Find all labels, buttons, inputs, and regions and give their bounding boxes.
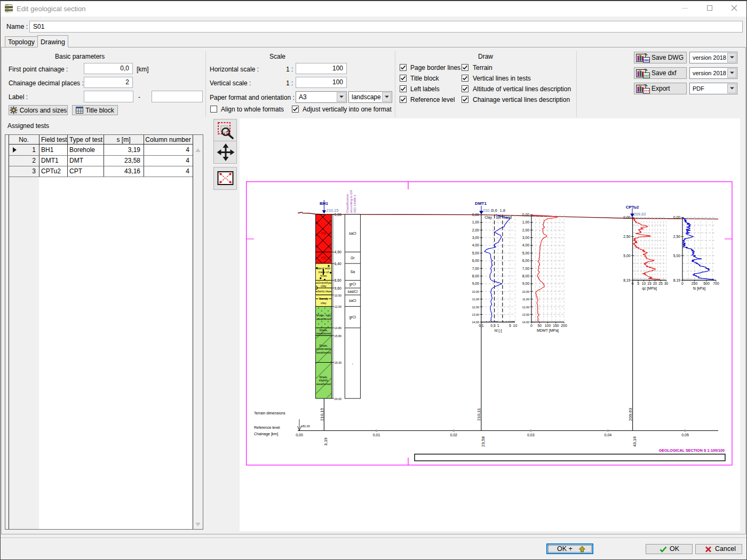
svg-text:8,00: 8,00 xyxy=(472,274,479,278)
svg-text:sasiCl: sasiCl xyxy=(348,290,358,293)
svg-text:Sandy clay: Sandy clay xyxy=(317,290,330,293)
svg-text:50: 50 xyxy=(537,324,542,327)
svg-text:0,04: 0,04 xyxy=(605,433,612,437)
svg-text:12,00: 12,00 xyxy=(472,306,479,309)
svg-text:5,00: 5,00 xyxy=(673,254,680,258)
svg-text:12,00: 12,00 xyxy=(335,305,342,308)
svg-text:DXF: DXF xyxy=(643,74,650,77)
svg-text:Shale,: Shale, xyxy=(319,344,328,347)
svg-text:weathered: weathered xyxy=(316,351,331,354)
svg-text:weathered: weathered xyxy=(316,382,331,386)
svg-text:2,00: 2,00 xyxy=(472,228,479,232)
svg-text:3,00: 3,00 xyxy=(472,236,479,239)
svg-text:0,03: 0,03 xyxy=(527,433,535,437)
svg-text:9,00: 9,00 xyxy=(472,282,479,285)
svg-text:12,00: 12,00 xyxy=(522,306,530,309)
svg-text:10: 10 xyxy=(513,324,518,327)
svg-text:5,00: 5,00 xyxy=(623,254,630,258)
svg-text:0,00: 0,00 xyxy=(522,213,529,217)
svg-text:14,00: 14,00 xyxy=(472,321,479,324)
svg-text:Chainage [km]: Chainage [km] xyxy=(254,432,278,436)
svg-text:3,00: 3,00 xyxy=(522,236,529,239)
svg-text:Classification: Classification xyxy=(346,194,349,213)
svg-text:0,6: 0,6 xyxy=(491,208,497,213)
svg-text:0: 0 xyxy=(681,282,684,285)
svg-text:0,02: 0,02 xyxy=(450,433,457,437)
svg-text:500: 500 xyxy=(703,282,710,285)
svg-text:10,00: 10,00 xyxy=(522,290,530,293)
svg-text:43,16: 43,16 xyxy=(632,436,637,447)
svg-text:qc [MPa]: qc [MPa] xyxy=(642,286,657,291)
svg-text:Reference level: Reference level xyxy=(254,426,280,429)
svg-text:209,63: 209,63 xyxy=(634,212,646,217)
svg-text:5: 5 xyxy=(637,282,639,285)
svg-text:Shale, fully: Shale, fully xyxy=(316,314,331,317)
svg-text:0,00: 0,00 xyxy=(335,213,341,217)
svg-text:10,00: 10,00 xyxy=(472,290,479,293)
svg-text:0,05: 0,05 xyxy=(681,433,689,437)
svg-text:15: 15 xyxy=(647,282,651,285)
svg-text:9,00: 9,00 xyxy=(522,282,529,285)
svg-text:0,00: 0,00 xyxy=(673,215,680,219)
svg-text:2,50: 2,50 xyxy=(623,235,630,238)
svg-text:14,80: 14,80 xyxy=(335,326,342,330)
svg-text:0,1: 0,1 xyxy=(479,324,484,327)
svg-text:8,19: 8,19 xyxy=(673,278,680,282)
svg-text:0: 0 xyxy=(632,282,634,285)
svg-text:20: 20 xyxy=(653,282,657,285)
svg-text:moderately: moderately xyxy=(316,347,331,350)
svg-text:8,00: 8,00 xyxy=(522,274,529,278)
svg-text:0: 0 xyxy=(530,324,533,327)
svg-text:0,00: 0,00 xyxy=(623,215,630,219)
svg-text:9,60: 9,60 xyxy=(335,286,341,290)
svg-text:Fill: Fill xyxy=(321,256,326,260)
svg-text:4,00: 4,00 xyxy=(472,243,479,247)
svg-text:7,00: 7,00 xyxy=(522,267,529,270)
svg-text:6,00: 6,00 xyxy=(522,259,529,262)
svg-text:0,01: 0,01 xyxy=(373,433,380,437)
svg-text:19,30: 19,30 xyxy=(335,361,342,364)
svg-text:13,00: 13,00 xyxy=(472,313,479,316)
svg-text:700: 700 xyxy=(713,282,719,285)
svg-text:1,00: 1,00 xyxy=(522,220,529,224)
svg-text:saCl: saCl xyxy=(349,231,356,235)
svg-text:Shale,: Shale, xyxy=(319,375,328,379)
svg-text:10,50: 10,50 xyxy=(335,294,342,297)
svg-text:209,63: 209,63 xyxy=(628,407,633,421)
svg-text:Clay: Clay xyxy=(484,215,492,220)
svg-text:0,5: 0,5 xyxy=(490,324,496,327)
svg-text:4,90: 4,90 xyxy=(335,250,341,254)
svg-text:10: 10 xyxy=(642,282,646,285)
svg-text:1: 1 xyxy=(497,324,499,327)
svg-text:6,00: 6,00 xyxy=(472,259,479,262)
svg-text:Shale,: Shale, xyxy=(319,329,328,332)
svg-text:3,19: 3,19 xyxy=(323,437,328,446)
svg-text:DMT1: DMT1 xyxy=(475,201,487,206)
svg-text:15,80: 15,80 xyxy=(335,334,342,338)
svg-text:ISO 14688-1: ISO 14688-1 xyxy=(353,194,356,213)
svg-text:weathered: weathered xyxy=(316,317,331,321)
svg-text:Id [-]: Id [-] xyxy=(494,329,502,333)
svg-text:250: 250 xyxy=(692,282,698,285)
svg-text:MDMT [MPa]: MDMT [MPa] xyxy=(537,329,559,333)
svg-text:GEOLOGICAL SECTION S 1:100/100: GEOLOGICAL SECTION S 1:100/100 xyxy=(659,448,725,453)
svg-text:30: 30 xyxy=(664,282,669,285)
svg-text:grCl: grCl xyxy=(349,315,356,319)
svg-text:Gravelly: Gravelly xyxy=(318,281,329,284)
svg-text:8,19: 8,19 xyxy=(623,278,630,282)
svg-text:182,00: 182,00 xyxy=(301,425,310,428)
svg-text:Fill: Fill xyxy=(321,231,326,235)
svg-text:4,00: 4,00 xyxy=(522,243,529,247)
svg-text:200: 200 xyxy=(561,324,567,327)
svg-text:2,50: 2,50 xyxy=(673,235,680,238)
svg-text:210,15: 210,15 xyxy=(327,208,339,213)
svg-text:0,00: 0,00 xyxy=(472,213,479,217)
svg-text:slightly: slightly xyxy=(319,379,329,382)
svg-text:DWG: DWG xyxy=(643,59,650,62)
svg-text:210,15: 210,15 xyxy=(320,407,324,421)
svg-text:Terrain dimensions: Terrain dimensions xyxy=(254,411,285,415)
svg-text:1,8: 1,8 xyxy=(500,208,505,213)
svg-text:grCl: grCl xyxy=(349,282,356,286)
svg-text:6,40: 6,40 xyxy=(335,262,341,266)
svg-text:fs [kPa]: fs [kPa] xyxy=(693,286,705,291)
